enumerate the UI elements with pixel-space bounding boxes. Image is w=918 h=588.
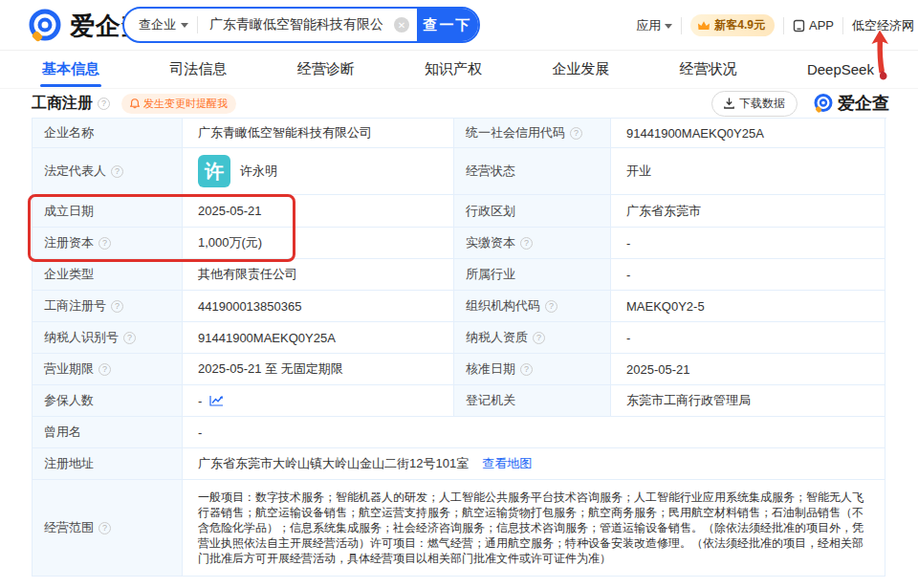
phone-qr-icon	[793, 19, 805, 33]
field-label: 纳税人资质?	[454, 322, 611, 354]
tab-judicial-info[interactable]: 司法信息	[167, 52, 229, 87]
field-value-taxpayer-quali: -	[611, 322, 885, 354]
field-label: 经营范围?	[33, 480, 183, 577]
field-label: 曾用名	[33, 417, 183, 448]
field-value-org-code: MAEKQ0Y2-5	[611, 291, 885, 322]
field-value-region: 广东省东莞市	[611, 195, 885, 228]
legal-rep-avatar[interactable]: 许	[198, 155, 230, 187]
top-header: 爱企查 查企业 ✕ 查一下 应用 新客4.9元	[0, 0, 918, 51]
aiqicha-watermark-icon	[813, 93, 834, 114]
search-input[interactable]	[198, 17, 386, 33]
field-value-approval-date: 2025-05-21	[611, 354, 885, 385]
tab-basic-info[interactable]: 基本信息	[40, 52, 101, 87]
clear-search-icon[interactable]: ✕	[394, 17, 409, 33]
help-icon[interactable]: ?	[111, 165, 123, 178]
help-icon[interactable]: ?	[533, 332, 545, 344]
field-label: 企业名称	[33, 119, 183, 148]
field-value-former-name: -	[183, 417, 885, 448]
apps-label: 应用	[636, 17, 661, 34]
bell-icon	[130, 98, 140, 109]
help-icon[interactable]: ?	[111, 300, 123, 313]
chevron-down-icon	[181, 23, 188, 32]
field-label: 参保人数	[33, 385, 183, 417]
field-value-business-term: 2025-05-21 至 无固定期限	[183, 354, 454, 385]
field-label: 成立日期	[33, 195, 183, 228]
field-value-industry: -	[611, 259, 885, 291]
chevron-down-icon	[665, 24, 672, 33]
field-label: 工商注册号?	[33, 291, 183, 322]
field-label: 营业期限?	[33, 354, 183, 385]
field-label: 所属行业	[454, 259, 611, 291]
download-icon	[724, 98, 734, 109]
business-registration-table: 企业名称 广东青瞰低空智能科技有限公司 统一社会信用代码? 91441900MA…	[32, 118, 886, 577]
help-icon[interactable]: ?	[123, 332, 136, 344]
tab-business-diagnosis[interactable]: 经营诊断	[295, 52, 357, 87]
aiqicha-watermark: 爱企查	[813, 92, 889, 115]
app-download-link[interactable]: APP	[793, 18, 834, 33]
search-box: 查企业 ✕ 查一下	[122, 7, 480, 43]
app-label: APP	[809, 18, 834, 33]
field-value-legal-rep: 许 许永明	[183, 148, 454, 195]
help-icon[interactable]: ?	[98, 237, 111, 250]
field-value-registration-no: 441900013850365	[183, 291, 454, 322]
download-data-button[interactable]: 下载数据	[711, 91, 798, 117]
help-icon[interactable]: ?	[98, 363, 111, 376]
help-icon[interactable]: ?	[545, 300, 557, 313]
field-value-registry-authority: 东莞市工商行政管理局	[611, 385, 885, 417]
field-label: 行政区划	[454, 195, 611, 228]
field-value-business-scope: 一般项目：数字技术服务；智能机器人的研发；人工智能公共服务平台技术咨询服务；人工…	[183, 480, 885, 577]
field-label: 登记机关	[454, 385, 611, 417]
field-label: 组织机构代码?	[454, 291, 611, 322]
help-icon[interactable]: ?	[98, 98, 110, 110]
legal-rep-name[interactable]: 许永明	[240, 163, 277, 180]
field-value-insured-count: -	[183, 385, 454, 417]
nav-divider	[842, 17, 843, 34]
field-label: 实缴资本?	[454, 228, 611, 259]
field-label: 核准日期?	[454, 354, 611, 385]
help-icon[interactable]: ?	[520, 363, 533, 376]
field-value-registered-capital: 1,000万(元)	[183, 228, 454, 259]
field-label: 注册地址	[33, 448, 183, 480]
search-button[interactable]: 查一下	[417, 9, 478, 41]
reminder-label: 发生变更时提醒我	[143, 97, 228, 111]
nav-divider	[681, 17, 682, 34]
change-reminder-badge[interactable]: 发生变更时提醒我	[121, 94, 236, 114]
tab-intellectual-property[interactable]: 知识产权	[423, 52, 484, 87]
new-user-promo-badge[interactable]: 新客4.9元	[690, 14, 775, 36]
field-value-taxpayer-id: 91441900MAEKQ0Y25A	[183, 322, 454, 354]
apps-menu[interactable]: 应用	[636, 17, 672, 34]
download-label: 下载数据	[739, 96, 785, 112]
field-label: 法定代表人?	[33, 148, 183, 195]
search-category-label: 查企业	[139, 16, 176, 33]
tab-company-development[interactable]: 企业发展	[550, 52, 611, 87]
promo-label: 新客4.9元	[714, 17, 765, 33]
field-label: 统一社会信用代码?	[454, 119, 611, 148]
field-label: 纳税人识别号?	[33, 322, 183, 354]
field-label: 注册资本?	[33, 228, 183, 259]
nav-divider	[783, 17, 784, 34]
aiqicha-logo-icon	[27, 8, 63, 44]
field-value-credit-code: 91441900MAEKQ0Y25A	[611, 119, 885, 148]
field-value-paid-capital: -	[611, 228, 885, 259]
field-value-status: 开业	[611, 148, 885, 195]
registration-section-header: 工商注册 ? 发生变更时提醒我 下载数据 爱企查	[0, 89, 918, 118]
field-value-registered-address: 广东省东莞市大岭山镇大岭山金山二街12号101室 查看地图	[183, 448, 885, 480]
crown-icon	[697, 20, 710, 32]
field-value-company-type: 其他有限责任公司	[183, 259, 454, 291]
field-label: 经营状态	[454, 148, 611, 195]
help-icon[interactable]: ?	[520, 237, 533, 250]
help-icon[interactable]: ?	[570, 127, 582, 140]
tab-deepseek[interactable]: DeepSeek	[805, 53, 876, 86]
detail-tabbar: 基本信息 司法信息 经营诊断 知识产权 企业发展 经营状况 DeepSeek	[0, 51, 918, 89]
section-title: 工商注册	[32, 94, 93, 114]
trend-chart-icon[interactable]	[209, 395, 224, 406]
tab-operating-status[interactable]: 经营状况	[678, 52, 739, 87]
help-icon[interactable]: ?	[98, 522, 111, 534]
watermark-text: 爱企查	[838, 92, 889, 115]
field-value-company-name: 广东青瞰低空智能科技有限公司	[183, 119, 454, 148]
low-altitude-economy-site-link[interactable]: 低空经济网	[852, 17, 914, 34]
field-value-establish-date: 2025-05-21	[183, 195, 454, 228]
view-map-link[interactable]: 查看地图	[482, 455, 532, 472]
search-category-dropdown[interactable]: 查企业	[124, 16, 197, 33]
header-right-nav: 应用 新客4.9元 APP 低空经济网	[636, 0, 914, 51]
